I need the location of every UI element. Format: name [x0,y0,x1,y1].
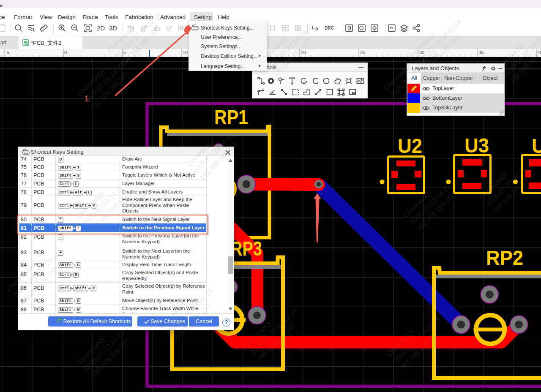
svg-text:3D: 3D [109,24,117,32]
svg-text:2D: 2D [97,24,105,32]
svg-text:U2: U2 [398,134,422,157]
svg-text:RP2: RP2 [486,247,523,269]
svg-text:U3: U3 [464,134,489,157]
svg-text:RP1: RP1 [214,106,248,128]
svg-text:DRC: DRC [325,26,334,30]
svg-text:RP3: RP3 [231,237,262,260]
